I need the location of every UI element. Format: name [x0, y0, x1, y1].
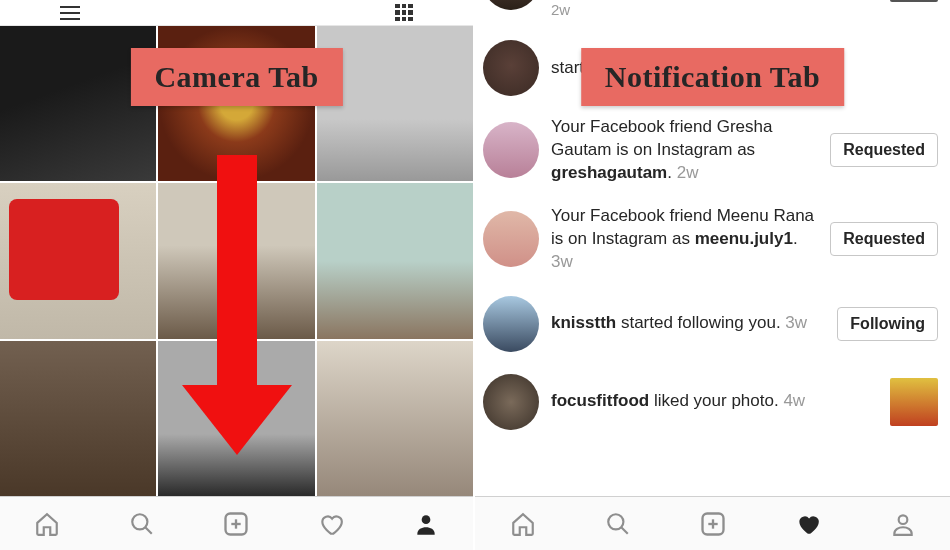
avatar[interactable] [483, 40, 539, 96]
grid-photo[interactable] [0, 183, 156, 338]
grid-view-icon[interactable] [395, 4, 413, 22]
svg-point-11 [898, 515, 907, 524]
bottom-nav-right [475, 496, 950, 550]
search-icon[interactable] [128, 510, 156, 538]
notification-text: Your Facebook friend Gresha Gautam is on… [551, 116, 818, 185]
requested-button[interactable]: Requested [830, 222, 938, 256]
avatar[interactable] [483, 296, 539, 352]
avatar[interactable] [483, 122, 539, 178]
heart-icon[interactable] [317, 510, 345, 538]
left-phone-camera-tab: Camera Tab [0, 0, 475, 550]
svg-point-5 [421, 515, 430, 524]
notification-row[interactable]: knisstth started following you. 3w Follo… [475, 284, 950, 364]
search-icon[interactable] [604, 510, 632, 538]
avatar[interactable] [483, 211, 539, 267]
list-view-icon[interactable] [60, 6, 80, 20]
following-button[interactable]: Following [837, 307, 938, 341]
right-phone-notification-tab: 2w started following you. 2w Your Facebo… [475, 0, 950, 550]
notification-text: knisstth started following you. 3w [551, 312, 825, 335]
profile-icon[interactable] [412, 510, 440, 538]
svg-line-7 [621, 527, 628, 534]
bottom-nav-left [0, 496, 473, 550]
grid-photo[interactable] [0, 341, 156, 496]
requested-button[interactable]: Requested [830, 133, 938, 167]
photo-thumbnail[interactable] [890, 378, 938, 426]
add-post-icon[interactable] [699, 510, 727, 538]
notification-text: 2w [551, 0, 878, 20]
grid-photo[interactable] [317, 183, 473, 338]
arrow-annotation [207, 155, 267, 455]
notification-row[interactable]: 2w [475, 0, 950, 30]
home-icon[interactable] [509, 510, 537, 538]
avatar[interactable] [483, 374, 539, 430]
notification-row[interactable]: Your Facebook friend Meenu Rana is on In… [475, 195, 950, 284]
add-post-icon[interactable] [222, 510, 250, 538]
svg-line-1 [145, 527, 152, 534]
notification-row[interactable]: Your Facebook friend Gresha Gautam is on… [475, 106, 950, 195]
svg-point-0 [132, 514, 147, 529]
svg-point-6 [608, 514, 623, 529]
notification-row[interactable]: focusfitfood liked your photo. 4w [475, 364, 950, 440]
avatar[interactable] [483, 0, 539, 10]
profile-icon[interactable] [889, 510, 917, 538]
notification-text: focusfitfood liked your photo. 4w [551, 390, 878, 413]
home-icon[interactable] [33, 510, 61, 538]
camera-tab-label: Camera Tab [130, 48, 342, 106]
notification-text: Your Facebook friend Meenu Rana is on In… [551, 205, 818, 274]
grid-photo[interactable] [317, 341, 473, 496]
notification-tab-label: Notification Tab [581, 48, 845, 106]
photo-thumbnail[interactable] [890, 0, 938, 2]
heart-icon[interactable] [794, 510, 822, 538]
left-top-bar [0, 0, 473, 26]
